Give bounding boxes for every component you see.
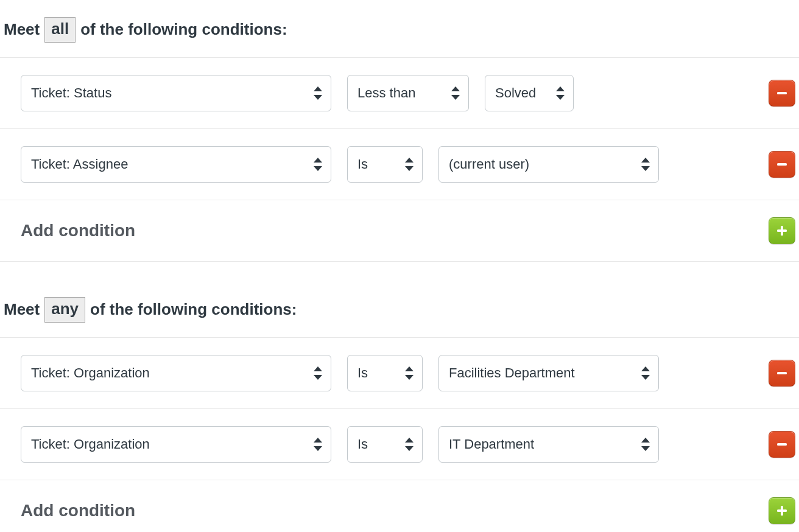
operator-select-value: Is xyxy=(357,156,368,172)
minus-icon xyxy=(775,366,789,380)
add-condition-label: Add condition xyxy=(21,221,135,240)
operator-select[interactable]: Less than xyxy=(347,75,469,111)
field-select[interactable]: Ticket: Status xyxy=(21,75,331,111)
updown-icon xyxy=(641,158,650,171)
conditions-any-header: Meet any of the following conditions: xyxy=(0,280,799,337)
updown-icon xyxy=(314,366,322,380)
updown-icon xyxy=(405,438,414,451)
updown-icon xyxy=(405,158,414,171)
field-select-value: Ticket: Status xyxy=(31,85,111,101)
svg-rect-4 xyxy=(777,372,787,374)
remove-condition-button[interactable] xyxy=(769,360,795,387)
header-suffix: of the following conditions: xyxy=(80,20,287,39)
add-condition-label: Add condition xyxy=(21,501,135,520)
value-select-value: Facilities Department xyxy=(449,365,575,381)
operator-select-value: Is xyxy=(357,365,368,381)
field-select[interactable]: Ticket: Organization xyxy=(21,355,331,391)
svg-rect-1 xyxy=(777,163,787,166)
field-select[interactable]: Ticket: Assignee xyxy=(21,146,331,183)
add-condition-row: Add condition xyxy=(0,480,799,532)
svg-rect-3 xyxy=(777,229,787,232)
value-select[interactable]: Facilities Department xyxy=(438,355,659,391)
svg-rect-5 xyxy=(777,443,787,446)
plus-icon xyxy=(775,224,789,237)
condition-row: Ticket: Organization Is Facilities Depar… xyxy=(0,337,799,408)
plus-icon xyxy=(775,504,789,517)
operator-select-value: Less than xyxy=(357,85,415,101)
condition-row: Ticket: Assignee Is (current user) xyxy=(0,128,799,200)
header-prefix: Meet xyxy=(4,300,40,319)
condition-row: Ticket: Status Less than Solved xyxy=(0,57,799,128)
value-select-value: (current user) xyxy=(449,156,529,172)
value-select-value: Solved xyxy=(495,85,536,101)
operator-select-value: Is xyxy=(357,436,368,452)
remove-condition-button[interactable] xyxy=(769,80,795,107)
updown-icon xyxy=(451,86,460,100)
match-mode-chip: any xyxy=(44,297,85,323)
add-condition-button[interactable] xyxy=(769,497,795,524)
field-select-value: Ticket: Organization xyxy=(31,436,150,452)
field-select-value: Ticket: Assignee xyxy=(31,156,128,172)
value-select-value: IT Department xyxy=(449,436,534,452)
operator-select[interactable]: Is xyxy=(347,146,423,183)
minus-icon xyxy=(775,158,789,171)
value-select[interactable]: Solved xyxy=(485,75,574,111)
field-select[interactable]: Ticket: Organization xyxy=(21,426,331,463)
updown-icon xyxy=(314,86,322,100)
updown-icon xyxy=(314,158,322,171)
svg-rect-0 xyxy=(777,92,787,94)
field-select-value: Ticket: Organization xyxy=(31,365,150,381)
header-suffix: of the following conditions: xyxy=(90,300,297,319)
add-condition-row: Add condition xyxy=(0,200,799,262)
operator-select[interactable]: Is xyxy=(347,426,423,463)
value-select[interactable]: (current user) xyxy=(438,146,659,183)
conditions-all-header: Meet all of the following conditions: xyxy=(0,0,799,57)
remove-condition-button[interactable] xyxy=(769,151,795,178)
value-select[interactable]: IT Department xyxy=(438,426,659,463)
match-mode-chip: all xyxy=(44,17,76,43)
minus-icon xyxy=(775,438,789,451)
add-condition-button[interactable] xyxy=(769,217,795,244)
updown-icon xyxy=(641,438,650,451)
updown-icon xyxy=(314,438,322,451)
svg-rect-7 xyxy=(777,509,787,512)
header-prefix: Meet xyxy=(4,20,40,39)
updown-icon xyxy=(405,366,414,380)
operator-select[interactable]: Is xyxy=(347,355,423,391)
minus-icon xyxy=(775,86,789,100)
spacer xyxy=(0,262,799,280)
updown-icon xyxy=(556,86,565,100)
condition-row: Ticket: Organization Is IT Department xyxy=(0,408,799,480)
remove-condition-button[interactable] xyxy=(769,431,795,458)
updown-icon xyxy=(641,366,650,380)
